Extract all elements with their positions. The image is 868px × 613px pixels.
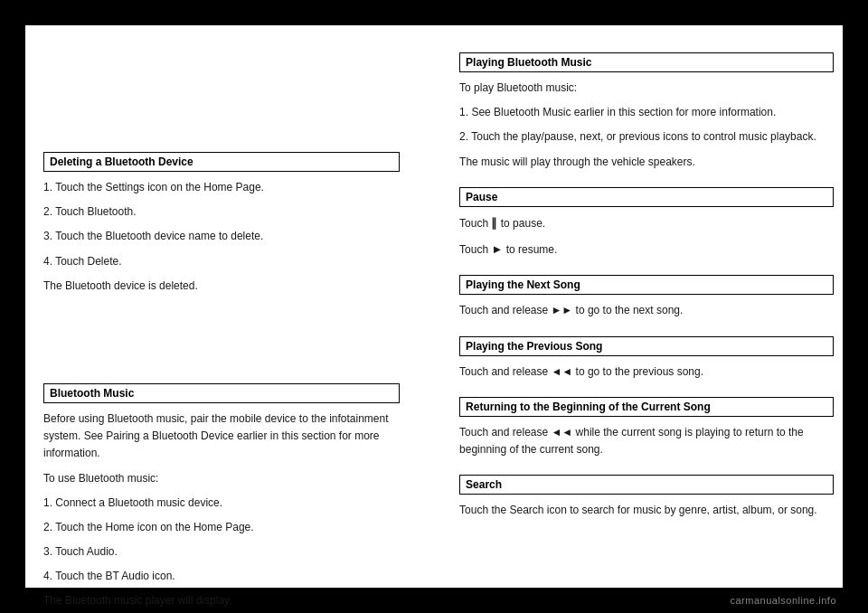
section-playing-bluetooth-music: Playing Bluetooth Music To play Bluetoot… — [459, 52, 834, 171]
body-text-delete-1: 1. Touch the Settings icon on the Home P… — [43, 179, 400, 196]
section-pause: Pause Touch ∥ to pause. Touch ► to resum… — [459, 187, 834, 259]
heading-deleting-bluetooth-device: Deleting a Bluetooth Device — [43, 152, 400, 172]
page-content: Deleting a Bluetooth Device 1. Touch the… — [0, 0, 868, 613]
right-column: Playing Bluetooth Music To play Bluetoot… — [450, 25, 843, 588]
body-text-btmusic-3: 1. Connect a Bluetooth music device. — [43, 495, 400, 512]
body-text-play-bt-2: 1. See Bluetooth Music earlier in this s… — [459, 104, 834, 121]
heading-pause: Pause — [459, 187, 834, 207]
section-deleting-bluetooth-device: Deleting a Bluetooth Device 1. Touch the… — [43, 152, 400, 295]
heading-search: Search — [459, 475, 834, 495]
body-text-play-bt-3: 2. Touch the play/pause, next, or previo… — [459, 128, 834, 146]
heading-bluetooth-music: Bluetooth Music — [43, 383, 400, 403]
watermark: carmanualsonline.info — [730, 595, 836, 606]
body-text-prev-1: Touch and release ◄◄ to go to the previo… — [459, 363, 834, 381]
play-icon-symbol: ► — [491, 240, 503, 259]
body-text-btmusic-6: 4. Touch the BT Audio icon. — [43, 568, 400, 585]
body-text-next-1: Touch and release ►► to go to the next s… — [459, 302, 834, 319]
pause-icon-symbol: ∥ — [491, 214, 497, 233]
section-bluetooth-music: Bluetooth Music Before using Bluetooth m… — [43, 383, 400, 610]
section-returning-beginning: Returning to the Beginning of the Curren… — [459, 397, 834, 458]
heading-playing-bluetooth-music: Playing Bluetooth Music — [459, 52, 834, 72]
body-text-pause-1: Touch ∥ to pause. — [459, 214, 834, 233]
body-text-play-bt-1: To play Bluetooth music: — [459, 80, 834, 97]
section-playing-next-song: Playing the Next Song Touch and release … — [459, 275, 834, 319]
body-text-delete-4: 4. Touch Delete. — [43, 253, 400, 270]
section-playing-previous-song: Playing the Previous Song Touch and rele… — [459, 336, 834, 381]
body-text-btmusic-5: 3. Touch Audio. — [43, 543, 400, 561]
body-text-btmusic-2: To use Bluetooth music: — [43, 470, 400, 487]
body-text-pause-2: Touch ► to resume. — [459, 240, 834, 259]
body-text-btmusic-7: The Bluetooth music player will display. — [43, 592, 400, 609]
heading-returning-beginning: Returning to the Beginning of the Curren… — [459, 397, 834, 417]
body-text-delete-5: The Bluetooth device is deleted. — [43, 278, 400, 295]
heading-playing-next-song: Playing the Next Song — [459, 275, 834, 295]
body-text-delete-3: 3. Touch the Bluetooth device name to de… — [43, 228, 400, 245]
left-column: Deleting a Bluetooth Device 1. Touch the… — [25, 25, 418, 588]
section-search: Search Touch the Search icon to search f… — [459, 475, 834, 519]
body-text-search-1: Touch the Search icon to search for musi… — [459, 502, 834, 519]
page-inner: Deleting a Bluetooth Device 1. Touch the… — [25, 25, 843, 588]
body-text-delete-2: 2. Touch Bluetooth. — [43, 203, 400, 221]
heading-playing-previous-song: Playing the Previous Song — [459, 336, 834, 356]
body-text-return-1: Touch and release ◄◄ while the current s… — [459, 424, 834, 458]
body-text-btmusic-1: Before using Bluetooth music, pair the m… — [43, 410, 400, 463]
body-text-play-bt-4: The music will play through the vehicle … — [459, 154, 834, 171]
body-text-btmusic-4: 2. Touch the Home icon on the Home Page. — [43, 519, 400, 536]
